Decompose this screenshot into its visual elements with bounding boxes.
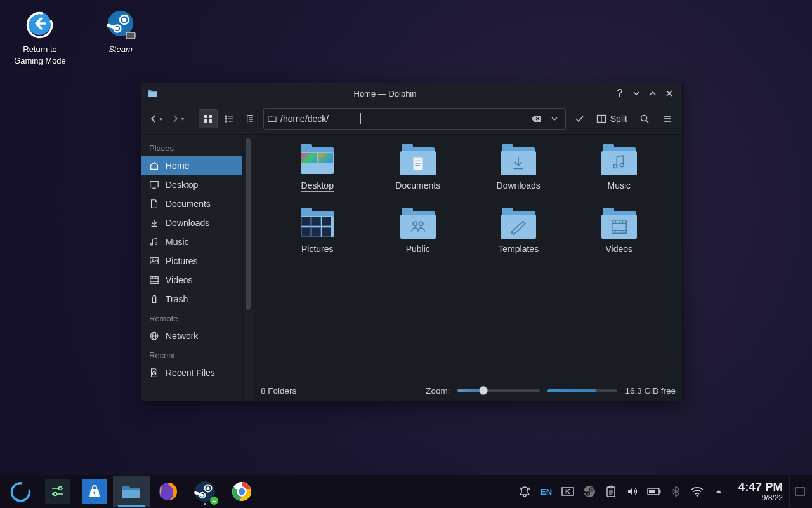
sidebar-heading: Places [141, 138, 242, 156]
svg-point-31 [155, 243, 157, 244]
bluetooth-icon[interactable] [665, 476, 686, 507]
volume-icon[interactable] [622, 476, 643, 507]
forward-button[interactable] [168, 109, 182, 128]
show-desktop-button[interactable] [789, 476, 809, 507]
discover-icon [82, 479, 107, 504]
zoom-slider[interactable] [457, 389, 540, 392]
folder-downloads[interactable]: Downloads [468, 145, 569, 208]
clear-path-button[interactable] [530, 114, 544, 123]
close-button[interactable] [662, 86, 676, 100]
folder-public[interactable]: Public [368, 208, 469, 272]
places-panel: PlacesHomeDesktopDocumentsDownloadsMusic… [141, 135, 243, 401]
folder-pictures[interactable]: Pictures [267, 208, 368, 272]
path-input[interactable] [280, 114, 521, 124]
svg-rect-85 [660, 490, 661, 493]
details-view-button[interactable] [240, 109, 259, 128]
sidebar-item-network[interactable]: Network [141, 326, 242, 345]
settings-icon [45, 479, 70, 504]
folder-templates[interactable]: Templates [468, 208, 569, 272]
text-cursor [360, 113, 361, 124]
clock[interactable]: 4:47 PM 9/8/22 [732, 481, 789, 502]
folder-label: Pictures [301, 244, 334, 254]
chrome-icon [229, 479, 254, 504]
taskbar-dolphin[interactable] [113, 476, 150, 507]
path-bar[interactable] [263, 108, 566, 130]
split-view-button[interactable]: Split [593, 109, 631, 128]
icon-grid[interactable]: DesktopDocumentsDownloadsMusicPicturesPu… [254, 135, 682, 380]
search-button[interactable] [635, 109, 654, 128]
svg-point-33 [152, 259, 153, 260]
sidebar-item-label: Music [166, 237, 189, 247]
compact-view-button[interactable] [219, 109, 239, 128]
keyboard-icon[interactable]: K [557, 476, 579, 507]
hamburger-menu-button[interactable] [658, 109, 677, 128]
desktop-icon-steam[interactable]: Steam [89, 10, 152, 55]
forward-history-dropdown[interactable]: ▾ [181, 116, 188, 122]
sidebar-item-pictures[interactable]: Pictures [141, 251, 242, 271]
svg-rect-19 [249, 119, 253, 120]
maximize-button[interactable] [646, 86, 660, 100]
sidebar-item-documents[interactable]: Documents [141, 194, 242, 213]
back-button[interactable] [147, 109, 160, 128]
notifications-icon[interactable] [514, 476, 535, 507]
wifi-icon[interactable] [686, 476, 708, 507]
folder-icon [298, 145, 336, 177]
svg-rect-5 [126, 32, 135, 39]
item-count-label: 8 Folders [261, 386, 296, 396]
icons-view-button[interactable] [199, 109, 218, 128]
sidebar-item-videos[interactable]: Videos [141, 271, 242, 290]
svg-point-47 [613, 164, 617, 168]
sidebar-item-home[interactable]: Home [141, 156, 242, 175]
svg-rect-11 [228, 116, 233, 117]
desktop-icon-return-gaming[interactable]: Return to Gaming Mode [8, 10, 72, 67]
sidebar-item-label: Desktop [166, 180, 198, 190]
disk-usage-bar[interactable] [547, 389, 617, 392]
taskbar-chrome[interactable] [223, 476, 260, 507]
svg-rect-90 [796, 488, 804, 495]
taskbar-firefox[interactable] [150, 476, 187, 507]
folder-desktop[interactable]: Desktop [267, 145, 368, 208]
tray-expand-icon[interactable] [708, 476, 730, 507]
sidebar-item-music[interactable]: Music [141, 232, 242, 251]
sidebar-item-trash[interactable]: Trash [141, 290, 242, 309]
svg-rect-13 [228, 119, 233, 119]
sidebar-scrollbar[interactable] [243, 135, 254, 401]
path-dropdown[interactable] [547, 116, 561, 122]
accept-path-button[interactable] [570, 109, 589, 128]
sidebar-item-recent-files[interactable]: Recent Files [141, 363, 242, 382]
home-icon [149, 161, 159, 171]
folder-music[interactable]: Music [569, 145, 670, 208]
folder-icon [147, 88, 157, 98]
sidebar-item-downloads[interactable]: Downloads [141, 213, 242, 232]
battery-icon[interactable] [643, 476, 665, 507]
nav-group: ▾ ▾ [147, 109, 188, 128]
steam-tray-icon[interactable] [579, 476, 600, 507]
taskbar-settings[interactable] [39, 476, 76, 507]
keyboard-layout-indicator[interactable]: EN [535, 476, 557, 507]
taskbar-steam[interactable]: + [187, 476, 223, 507]
svg-point-88 [678, 491, 679, 492]
sidebar-item-label: Downloads [166, 218, 209, 228]
svg-rect-12 [225, 118, 227, 120]
status-bar: 8 Folders Zoom: 16.3 GiB free [254, 380, 682, 401]
folder-videos[interactable]: Videos [569, 208, 670, 272]
folder-icon [499, 208, 537, 240]
svg-rect-10 [225, 116, 227, 117]
app-launcher[interactable] [3, 476, 39, 507]
back-history-dropdown[interactable]: ▾ [160, 116, 166, 122]
clipboard-icon[interactable] [600, 476, 622, 507]
svg-rect-28 [150, 182, 158, 187]
separator [193, 111, 193, 126]
minimize-button[interactable] [629, 86, 643, 100]
folder-icon [298, 208, 336, 240]
svg-rect-14 [225, 121, 227, 123]
clock-date: 9/8/22 [738, 494, 783, 502]
help-button[interactable]: ? [613, 86, 627, 100]
sidebar-item-desktop[interactable]: Desktop [141, 175, 242, 194]
titlebar[interactable]: Home — Dolphin ? [141, 83, 682, 104]
svg-rect-86 [649, 490, 655, 493]
svg-rect-17 [247, 115, 253, 116]
svg-text:K: K [565, 488, 570, 495]
taskbar-discover[interactable] [76, 476, 113, 507]
folder-documents[interactable]: Documents [368, 145, 469, 208]
